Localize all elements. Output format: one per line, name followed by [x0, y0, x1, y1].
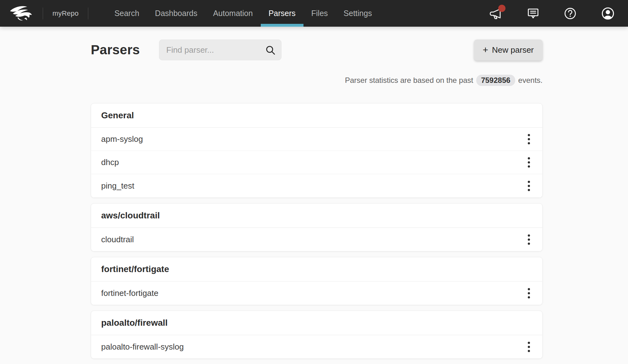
nav-tab[interactable]: Parsers	[261, 0, 303, 27]
section-header: aws/cloudtrail	[91, 204, 542, 228]
page-title: Parsers	[91, 42, 140, 57]
new-parser-button[interactable]: + New parser	[474, 40, 543, 61]
nav-tab-label: Dashboards	[155, 9, 197, 18]
parser-name[interactable]: ping_test	[101, 181, 134, 191]
help-button[interactable]	[564, 7, 576, 20]
parsers-page: Parsers + New parser Parser statistics a…	[91, 27, 543, 359]
nav-tab-label: Settings	[344, 9, 372, 18]
parser-row[interactable]: apm-syslog	[91, 128, 542, 151]
kebab-dot	[528, 181, 530, 183]
nav-tab[interactable]: Files	[303, 0, 336, 27]
parser-name[interactable]: cloudtrail	[101, 235, 134, 244]
parser-section-card: General apm-syslog dhcp	[91, 103, 543, 198]
kebab-dot	[528, 350, 530, 352]
announcements-button[interactable]	[489, 7, 502, 20]
stats-suffix: events.	[518, 76, 543, 85]
feedback-message-icon	[527, 7, 539, 20]
nav-tab[interactable]: Settings	[336, 0, 380, 27]
parser-name[interactable]: apm-syslog	[101, 134, 143, 144]
section-title: aws/cloudtrail	[101, 211, 160, 221]
parser-row[interactable]: paloalto-firewall-syslog	[91, 335, 542, 358]
section-header: General	[91, 104, 542, 128]
kebab-dot	[528, 142, 530, 144]
new-parser-label: New parser	[492, 45, 534, 55]
parser-row[interactable]: ping_test	[91, 174, 542, 197]
divider	[43, 8, 43, 19]
row-menu-button[interactable]	[522, 132, 535, 147]
nav-tab-label: Automation	[213, 9, 253, 18]
parser-search	[159, 40, 281, 60]
crowdstrike-falcon-icon	[9, 4, 33, 23]
repository-name[interactable]: myRepo	[52, 9, 79, 18]
nav-tab-label: Search	[114, 9, 139, 18]
kebab-dot	[528, 189, 530, 191]
divider	[88, 8, 88, 19]
event-count-badge: 7592856	[476, 75, 515, 86]
brand-logo[interactable]	[0, 0, 33, 27]
kebab-dot	[528, 346, 530, 348]
kebab-dot	[528, 157, 530, 159]
section-header: fortinet/fortigate	[91, 257, 542, 281]
kebab-dot	[528, 161, 530, 163]
feedback-button[interactable]	[527, 7, 539, 20]
primary-nav: Search Dashboards Automation Parsers Fil…	[106, 0, 380, 27]
kebab-dot	[528, 234, 530, 237]
parser-name[interactable]: fortinet-fortigate	[101, 288, 158, 298]
parser-row[interactable]: fortinet-fortigate	[91, 281, 542, 305]
parser-name[interactable]: paloalto-firewall-syslog	[101, 342, 184, 352]
plus-icon: +	[483, 45, 489, 55]
kebab-dot	[528, 288, 530, 290]
account-button[interactable]	[601, 7, 615, 20]
kebab-dot	[528, 185, 530, 187]
parser-sections: General apm-syslog dhcp	[91, 103, 543, 359]
parser-statistics-note: Parser statistics are based on the past …	[91, 75, 543, 86]
nav-right-icons	[489, 0, 628, 27]
nav-tab[interactable]: Dashboards	[147, 0, 205, 27]
parser-section-card: aws/cloudtrail cloudtrail	[91, 203, 543, 251]
parser-section-card: fortinet/fortigate fortinet-fortigate	[91, 257, 543, 305]
parser-section-card: paloalto/firewall paloalto-firewall-sysl…	[91, 311, 543, 359]
section-title: fortinet/fortigate	[101, 264, 169, 274]
kebab-dot	[528, 342, 530, 344]
parser-rows: cloudtrail	[91, 228, 542, 251]
row-menu-button[interactable]	[522, 178, 535, 193]
kebab-dot	[528, 134, 530, 136]
row-menu-button[interactable]	[522, 286, 535, 301]
kebab-dot	[528, 243, 530, 245]
kebab-dot	[528, 138, 530, 140]
user-avatar-icon	[601, 7, 615, 20]
row-menu-button[interactable]	[522, 155, 535, 170]
row-menu-button[interactable]	[522, 339, 535, 354]
help-question-icon	[564, 7, 576, 20]
find-parser-input[interactable]	[159, 40, 281, 60]
stats-prefix: Parser statistics are based on the past	[345, 76, 473, 85]
unread-badge-dot	[498, 5, 505, 12]
kebab-dot	[528, 296, 530, 298]
parser-rows: fortinet-fortigate	[91, 281, 542, 305]
top-navigation-bar: myRepo Search Dashboards Automation Pars…	[0, 0, 628, 27]
parser-rows: paloalto-firewall-syslog	[91, 335, 542, 358]
parser-name[interactable]: dhcp	[101, 158, 119, 167]
nav-tab[interactable]: Search	[106, 0, 147, 27]
parser-rows: apm-syslog dhcp	[91, 128, 542, 197]
section-title: paloalto/firewall	[101, 318, 168, 328]
kebab-dot	[528, 238, 530, 241]
kebab-dot	[528, 292, 530, 294]
kebab-dot	[528, 165, 530, 168]
section-header: paloalto/firewall	[91, 311, 542, 335]
section-title: General	[101, 110, 134, 120]
row-menu-button[interactable]	[522, 232, 535, 247]
nav-tab-label: Files	[311, 9, 328, 18]
parser-row[interactable]: dhcp	[91, 151, 542, 174]
nav-tab[interactable]: Automation	[205, 0, 260, 27]
nav-tab-label: Parsers	[269, 9, 296, 18]
page-header: Parsers + New parser	[91, 39, 543, 61]
parser-row[interactable]: cloudtrail	[91, 228, 542, 251]
